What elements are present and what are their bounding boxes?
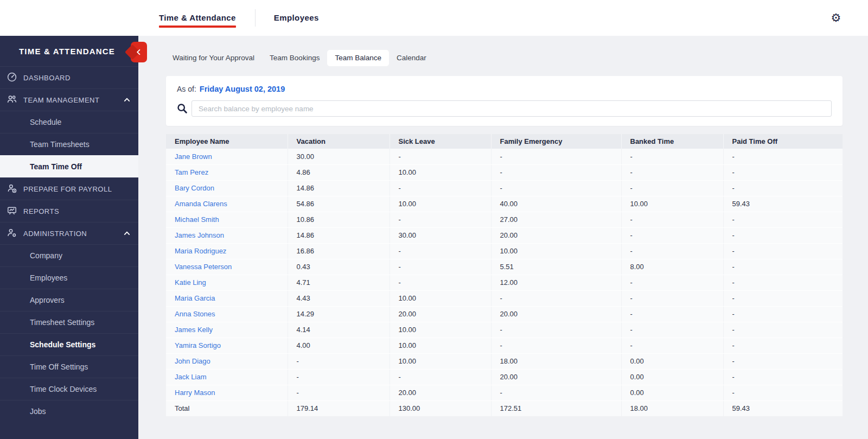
sidebar-item-employees[interactable]: Employees — [0, 266, 138, 289]
total-cell: 172.51 — [491, 400, 621, 416]
employee-link[interactable]: Bary Cordon — [175, 184, 214, 192]
employee-link[interactable]: Amanda Clarens — [175, 200, 227, 208]
employee-link[interactable]: Jane Brown — [175, 152, 212, 161]
balance-cell: 59.43 — [723, 196, 843, 212]
balance-cell: 40.00 — [491, 196, 621, 212]
balance-cell: - — [390, 243, 491, 259]
balance-cell: - — [723, 338, 843, 353]
balance-cell: - — [288, 353, 390, 369]
sidebar-item-schedule-settings[interactable]: Schedule Settings — [0, 333, 138, 355]
sidebar-item-time-clock-devices[interactable]: Time Clock Devices — [0, 378, 138, 400]
table-row: Yamira Sortigo4.0010.00--- — [166, 338, 843, 353]
balance-cell: - — [723, 369, 843, 385]
tab-waiting-for-your-approval[interactable]: Waiting for Your Approval — [165, 50, 262, 66]
employee-link[interactable]: Anna Stones — [175, 310, 215, 318]
sidebar-item-time-off-settings[interactable]: Time Off Settings — [0, 355, 138, 378]
balance-cell: - — [621, 338, 723, 353]
search-icon — [177, 103, 188, 114]
sidebar-item-reports[interactable]: REPORTS — [0, 200, 138, 222]
table-row: Anna Stones14.2920.0020.00-- — [166, 306, 843, 322]
employee-link[interactable]: Vanessa Peterson — [175, 263, 232, 271]
balance-cell: - — [723, 290, 843, 306]
employee-link[interactable]: James Kelly — [175, 326, 213, 334]
tab-team-bookings[interactable]: Team Bookings — [262, 50, 327, 66]
product-tab-employees[interactable]: Employees — [274, 8, 319, 29]
sidebar-item-label: Time Clock Devices — [30, 385, 97, 393]
sidebar-item-approvers[interactable]: Approvers — [0, 289, 138, 311]
reports-icon — [7, 205, 18, 217]
balance-cell: - — [491, 385, 621, 400]
gear-icon[interactable]: ⚙︎ — [829, 11, 843, 24]
balance-cell: 10.00 — [390, 196, 491, 212]
balance-cell: - — [390, 149, 491, 164]
balance-cell: - — [621, 164, 723, 180]
balance-cell: 20.00 — [491, 227, 621, 243]
tab-team-balance[interactable]: Team Balance — [327, 50, 389, 66]
product-tab-time-attendance[interactable]: Time & Attendance — [159, 8, 236, 29]
balance-cell: 0.00 — [621, 353, 723, 369]
sidebar-collapse-button[interactable] — [131, 42, 147, 62]
sidebar-item-label: Approvers — [30, 296, 65, 304]
balance-cell: - — [621, 243, 723, 259]
sidebar-item-jobs[interactable]: Jobs — [0, 400, 138, 422]
employee-link[interactable]: Katie Ling — [175, 278, 206, 287]
employee-link[interactable]: Tam Perez — [175, 168, 208, 176]
balance-cell: - — [723, 322, 843, 338]
balance-cell: - — [621, 149, 723, 164]
sidebar-item-team-time-off[interactable]: Team Time Off — [0, 155, 138, 177]
balance-cell: - — [390, 275, 491, 290]
sidebar-item-timesheet-settings[interactable]: Timesheet Settings — [0, 311, 138, 333]
as-of-date-link[interactable]: Friday August 02, 2019 — [200, 85, 285, 93]
sidebar-item-company[interactable]: Company — [0, 244, 138, 266]
table-total-row: Total179.14130.00172.5118.0059.43 — [166, 400, 843, 416]
balance-cell: 12.00 — [491, 275, 621, 290]
balance-cell: 14.86 — [288, 180, 390, 196]
balance-cell: 10.00 — [621, 196, 723, 212]
balance-cell: - — [723, 259, 843, 275]
employee-link[interactable]: Maria Rodriguez — [175, 247, 226, 255]
balance-cell: 4.14 — [288, 322, 390, 338]
employee-link[interactable]: Harry Mason — [175, 389, 215, 397]
balance-table: Employee NameVacationSick LeaveFamily Em… — [166, 134, 843, 416]
sidebar-item-schedule[interactable]: Schedule — [0, 111, 138, 133]
sidebar-item-label: Jobs — [30, 407, 46, 416]
table-row: Maria Rodriguez16.86-10.00-- — [166, 243, 843, 259]
balance-cell: - — [491, 164, 621, 180]
employee-link[interactable]: John Diago — [175, 357, 210, 365]
balance-cell: 20.00 — [390, 306, 491, 322]
sidebar-item-label: Schedule — [30, 118, 61, 126]
tab-calendar[interactable]: Calendar — [389, 50, 434, 66]
balance-cell: 10.00 — [390, 290, 491, 306]
balance-cell: - — [723, 306, 843, 322]
sidebar-item-administration[interactable]: ADMINISTRATION — [0, 222, 138, 244]
balance-cell: 16.86 — [288, 243, 390, 259]
employee-link[interactable]: Maria Garcia — [175, 294, 215, 302]
balance-cell: - — [621, 212, 723, 227]
sidebar-item-label: REPORTS — [23, 207, 59, 215]
employee-link[interactable]: Michael Smith — [175, 215, 219, 224]
balance-cell: - — [491, 290, 621, 306]
section-tabs: Waiting for Your ApprovalTeam BookingsTe… — [138, 36, 868, 66]
sidebar-item-label: Schedule Settings — [30, 340, 95, 349]
sidebar-item-prepare-for-payroll[interactable]: PREPARE FOR PAYROLL — [0, 177, 138, 200]
balance-cell: 20.00 — [390, 385, 491, 400]
balance-cell: 10.00 — [390, 338, 491, 353]
balance-cell: - — [621, 322, 723, 338]
table-row: John Diago-10.0018.000.00- — [166, 353, 843, 369]
sidebar-title: TIME & ATTENDANCE — [0, 36, 138, 66]
balance-cell: 27.00 — [491, 212, 621, 227]
balance-cell: 10.00 — [390, 322, 491, 338]
sidebar-item-team-timesheets[interactable]: Team Timesheets — [0, 133, 138, 155]
total-cell: 59.43 — [723, 400, 843, 416]
table-row: Michael Smith10.86-27.00-- — [166, 212, 843, 227]
employee-link[interactable]: Yamira Sortigo — [175, 341, 221, 349]
team-icon — [7, 94, 18, 106]
sidebar-item-team-management[interactable]: TEAM MANAGEMENT — [0, 88, 138, 111]
balance-cell: - — [621, 275, 723, 290]
search-input[interactable] — [192, 100, 832, 117]
employee-link[interactable]: James Johnson — [175, 231, 224, 239]
sidebar-nav: DASHBOARDTEAM MANAGEMENTScheduleTeam Tim… — [0, 66, 138, 422]
sidebar-item-dashboard[interactable]: DASHBOARD — [0, 66, 138, 88]
sidebar-item-label: PREPARE FOR PAYROLL — [23, 185, 112, 193]
employee-link[interactable]: Jack Liam — [175, 373, 207, 381]
